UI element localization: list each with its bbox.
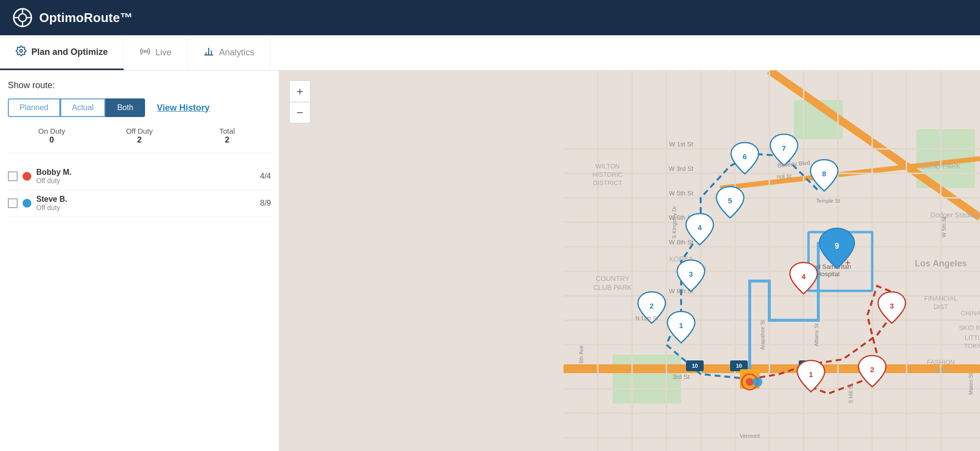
svg-text:DISTRICT: DISTRICT xyxy=(593,179,622,187)
svg-text:W 8th St: W 8th St xyxy=(669,238,693,246)
logo-icon xyxy=(12,7,33,28)
svg-text:4: 4 xyxy=(802,272,806,281)
svg-text:S Kingsley Dr: S Kingsley Dr xyxy=(671,206,677,238)
logo-text: OptimoRoute™ xyxy=(39,10,133,25)
svg-point-7 xyxy=(144,50,146,52)
svg-text:W 3rd St: W 3rd St xyxy=(669,165,694,172)
tab-analytics-label: Analytics xyxy=(219,47,254,58)
toggle-actual[interactable]: Actual xyxy=(60,98,105,117)
driver-name-1: Steve B. xyxy=(36,195,255,204)
total-label: Total xyxy=(183,127,271,135)
svg-text:HISTORIC: HISTORIC xyxy=(592,171,623,178)
sidebar: Show route: Planned Actual Both View His… xyxy=(0,71,279,451)
svg-text:SKID ROW: SKID ROW xyxy=(959,324,980,332)
route-toggle: Planned Actual Both View History xyxy=(8,98,271,117)
svg-text:COUNTRY: COUNTRY xyxy=(596,275,630,283)
svg-text:6th Ave: 6th Ave xyxy=(578,346,584,364)
svg-text:Mateo St: Mateo St xyxy=(968,373,974,395)
svg-text:Albany St: Albany St xyxy=(813,323,819,346)
driver-score-0: 4/4 xyxy=(260,172,271,181)
on-duty-label: On Duty xyxy=(8,127,96,135)
svg-text:10: 10 xyxy=(692,363,698,369)
total-value: 2 xyxy=(183,135,271,145)
svg-rect-16 xyxy=(564,364,980,373)
svg-text:2: 2 xyxy=(650,302,654,310)
svg-text:S Hill St: S Hill St xyxy=(848,384,854,403)
svg-text:W 5th St: W 5th St xyxy=(669,190,693,197)
map-area: + − xyxy=(279,71,980,451)
svg-text:ECHO PARK: ECHO PARK xyxy=(921,162,961,170)
app-header: OptimoRoute™ xyxy=(0,0,980,35)
nav-tabs: Plan and Optimize Live Analytics xyxy=(0,35,980,71)
zoom-out-button[interactable]: − xyxy=(289,102,311,123)
driver-checkbox-0[interactable] xyxy=(8,171,18,181)
show-route-label: Show route: xyxy=(8,80,271,91)
driver-name-0: Bobby M. xyxy=(36,168,255,177)
svg-text:FASHION: FASHION xyxy=(927,358,955,366)
svg-text:W 1st St: W 1st St xyxy=(669,141,693,148)
svg-text:8: 8 xyxy=(822,169,826,178)
stats-row: On Duty 0 Off Duty 2 Total 2 xyxy=(8,127,271,153)
svg-text:CLUB PARK: CLUB PARK xyxy=(593,284,632,291)
svg-text:N 12th St: N 12th St xyxy=(636,315,658,321)
svg-text:DIST: DIST xyxy=(933,367,948,374)
tab-plan[interactable]: Plan and Optimize xyxy=(0,35,124,70)
svg-text:Los Angeles: Los Angeles xyxy=(915,259,967,268)
svg-text:6: 6 xyxy=(743,152,747,161)
gear-icon xyxy=(16,46,26,59)
zoom-in-button[interactable]: + xyxy=(289,80,311,102)
svg-point-6 xyxy=(20,49,23,52)
driver-info-0: Bobby M. Off duty xyxy=(36,168,255,185)
driver-checkbox-1[interactable] xyxy=(8,198,18,208)
stat-off-duty: Off Duty 2 xyxy=(96,127,183,145)
tab-analytics[interactable]: Analytics xyxy=(188,35,270,70)
svg-text:W 5th St: W 5th St xyxy=(941,217,947,237)
driver-dot-blue xyxy=(23,199,31,208)
driver-status-1: Off duty xyxy=(36,204,255,212)
svg-text:Dodger Stadium: Dodger Stadium xyxy=(931,211,980,219)
off-duty-value: 2 xyxy=(96,135,183,145)
svg-text:4: 4 xyxy=(698,223,702,232)
svg-text:1: 1 xyxy=(809,370,813,379)
svg-text:3rd St: 3rd St xyxy=(673,373,690,380)
svg-text:FINANCIAL: FINANCIAL xyxy=(924,295,957,302)
svg-text:Arapahoe St: Arapahoe St xyxy=(760,320,765,350)
svg-point-95 xyxy=(753,377,762,387)
svg-point-94 xyxy=(746,378,754,386)
main-layout: Show route: Planned Actual Both View His… xyxy=(0,71,980,451)
toggle-planned[interactable]: Planned xyxy=(8,98,60,117)
svg-text:Hospital: Hospital xyxy=(817,270,840,278)
svg-text:LITTLE: LITTLE xyxy=(965,334,980,341)
svg-text:3: 3 xyxy=(689,270,693,278)
stat-on-duty: On Duty 0 xyxy=(8,127,96,145)
svg-text:10: 10 xyxy=(736,363,742,369)
toggle-both[interactable]: Both xyxy=(105,98,145,117)
svg-text:2: 2 xyxy=(870,365,874,374)
svg-text:9: 9 xyxy=(835,242,839,250)
svg-text:1: 1 xyxy=(679,321,683,330)
view-history-link[interactable]: View History xyxy=(157,103,210,113)
bar-chart-icon xyxy=(203,46,214,59)
map-svg: W 1st St W 3rd St W 5th St W 6th St W 8t… xyxy=(279,71,980,451)
off-duty-label: Off Duty xyxy=(96,127,183,135)
svg-text:DIST: DIST xyxy=(933,303,948,310)
logo: OptimoRoute™ xyxy=(12,7,133,28)
on-duty-value: 0 xyxy=(8,135,96,145)
driver-status-0: Off duty xyxy=(36,177,255,185)
driver-score-1: 8/9 xyxy=(260,199,271,208)
map-controls: + − xyxy=(289,80,311,123)
svg-rect-13 xyxy=(612,355,681,404)
driver-info-1: Steve B. Off duty xyxy=(36,195,255,212)
svg-text:7: 7 xyxy=(782,144,786,152)
svg-text:CHINATOWN: CHINATOWN xyxy=(961,309,980,317)
stat-total: Total 2 xyxy=(183,127,271,145)
tab-live-label: Live xyxy=(155,47,172,58)
tab-live[interactable]: Live xyxy=(124,35,188,70)
driver-row-0[interactable]: Bobby M. Off duty 4/4 xyxy=(8,163,271,190)
driver-row-1[interactable]: Steve B. Off duty 8/9 xyxy=(8,190,271,217)
svg-text:Temple St: Temple St xyxy=(816,198,840,204)
driver-dot-red xyxy=(23,172,31,181)
svg-text:Vermont: Vermont xyxy=(740,433,760,439)
svg-text:ncil St: ncil St xyxy=(777,173,791,179)
svg-text:WILTON: WILTON xyxy=(595,163,619,170)
